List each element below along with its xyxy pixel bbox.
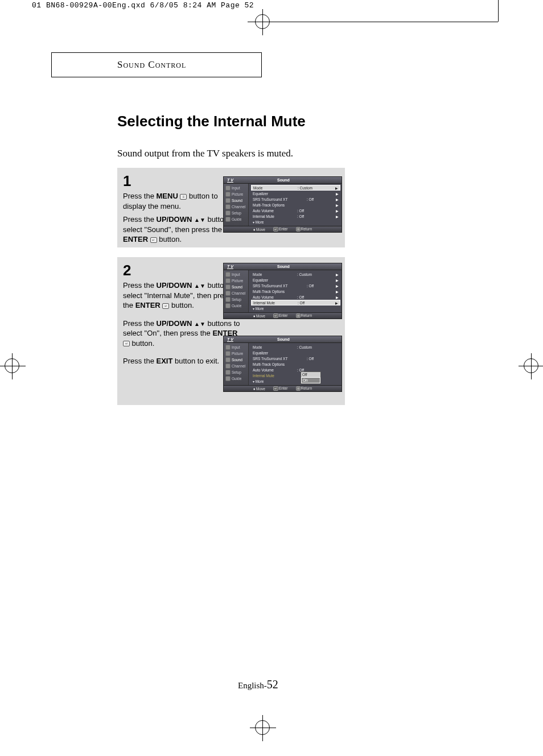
enter-icon: ↵ <box>123 341 130 346</box>
sidebar-item-input[interactable]: Input <box>224 185 248 191</box>
l: Sound <box>232 358 242 362</box>
l: Internal Mute <box>253 214 297 218</box>
menu-row-multitrack[interactable]: Multi-Track Options▶ <box>251 202 340 208</box>
l: Mode <box>253 345 297 349</box>
sidebar-item-guide[interactable]: Guide <box>224 216 248 222</box>
chevron-right-icon: ▶ <box>335 301 338 305</box>
hint-enter: ↵Enter <box>273 227 288 232</box>
menu-row-srs[interactable]: SRS TruSurround XT: Off▶ <box>251 283 340 288</box>
sidebar-item-channel[interactable]: Channel <box>224 204 248 210</box>
dropdown-option-off[interactable]: Off <box>301 372 320 377</box>
print-header: 01 BN68-00929A-00Eng.qxd 6/8/05 8:24 AM … <box>32 1 254 10</box>
channel-icon <box>225 363 231 369</box>
osd-title: Sound <box>237 265 342 268</box>
sidebar-item-guide[interactable]: Guide <box>224 375 248 382</box>
osd-title: Sound <box>237 337 342 341</box>
osd-screenshot-2: T V Sound Input Picture Sound Channel Se… <box>223 263 342 319</box>
sidebar-item-channel[interactable]: Channel <box>224 363 248 369</box>
l: More <box>253 307 297 311</box>
sidebar-item-picture[interactable]: Picture <box>224 278 248 284</box>
menu-row-autovolume[interactable]: Auto Volume: Off▶ <box>251 208 340 213</box>
sidebar-item-setup[interactable]: Setup <box>224 296 248 303</box>
l: Guide <box>232 377 241 381</box>
menu-row-mode[interactable]: Mode: Custom▶ <box>251 271 340 277</box>
l: SRS TruSurround XT <box>253 197 307 201</box>
sidebar-item-picture[interactable]: Picture <box>224 191 248 197</box>
sidebar-item-setup[interactable]: Setup <box>224 369 248 375</box>
menu-row-srs[interactable]: SRS TruSurround XT: Off▶ <box>251 196 340 202</box>
hint-return: ⅢReturn <box>296 386 312 391</box>
chevron-right-icon: ▶ <box>336 272 339 276</box>
v: : Off <box>297 214 339 218</box>
menu-row-internalmute[interactable]: Internal Mute <box>251 373 340 378</box>
return-key-icon: Ⅲ <box>296 227 301 232</box>
registration-mark-icon <box>255 14 270 29</box>
t: button. <box>157 235 182 243</box>
osd-titlebar: T V Sound <box>224 177 342 184</box>
menu-row-equalizer[interactable]: Equalizer▶ <box>251 277 340 283</box>
menu-row-equalizer[interactable]: Equalizer <box>251 350 340 356</box>
enter-key-icon: ↵ <box>273 313 278 318</box>
sound-icon <box>225 198 231 203</box>
sidebar-item-sound[interactable]: Sound <box>224 284 248 290</box>
t: Press the <box>123 192 157 200</box>
input-icon <box>225 345 231 350</box>
sidebar-item-input[interactable]: Input <box>224 344 248 350</box>
sidebar-item-input[interactable]: Input <box>224 271 248 278</box>
menu-key: MENU <box>157 192 178 200</box>
updown-key: UP/DOWN <box>157 215 192 224</box>
l: Sound <box>232 199 242 203</box>
sidebar-item-channel[interactable]: Channel <box>224 290 248 296</box>
hint-enter: ↵Enter <box>273 386 288 391</box>
t: button. <box>169 301 194 309</box>
menu-row-multitrack[interactable]: Multi-Track Options <box>251 361 340 367</box>
channel-icon <box>225 291 231 296</box>
updown-key: UP/DOWN <box>157 319 192 328</box>
sidebar-item-picture[interactable]: Picture <box>224 350 248 357</box>
v: : Custom <box>297 345 339 349</box>
dropdown-option-on[interactable]: On <box>301 377 320 383</box>
menu-row-more[interactable]: More <box>251 219 340 225</box>
l: Mode <box>253 272 297 276</box>
sidebar-item-guide[interactable]: Guide <box>224 303 248 309</box>
menu-row-more[interactable]: More <box>251 378 340 384</box>
l: Input <box>232 272 240 276</box>
osd-main: Mode: Custom Equalizer SRS TruSurround X… <box>249 343 342 385</box>
osd-titlebar: T V Sound <box>224 336 342 343</box>
l: Setup <box>232 211 241 215</box>
l: Picture <box>232 279 243 283</box>
menu-row-srs[interactable]: SRS TruSurround XT: Off <box>251 356 340 361</box>
sidebar-item-sound[interactable]: Sound <box>224 197 248 204</box>
chevron-right-icon: ▶ <box>336 278 339 282</box>
menu-row-internalmute[interactable]: Internal Mute: Off▶ <box>251 213 340 219</box>
v: : Off <box>307 284 339 288</box>
menu-row-mode[interactable]: Mode: Custom <box>251 344 340 350</box>
chevron-right-icon: ▶ <box>335 186 338 190</box>
v: : Off <box>307 357 339 361</box>
exit-key: EXIT <box>157 357 173 365</box>
menu-row-multitrack[interactable]: Multi-Track Options▶ <box>251 288 340 294</box>
t: Press the <box>123 281 157 290</box>
menu-row-mode[interactable]: Mode: Custom▶ <box>251 185 340 191</box>
t: Press the <box>123 357 157 365</box>
chevron-right-icon: ▶ <box>336 203 339 207</box>
guide-icon <box>225 376 231 381</box>
internal-mute-dropdown[interactable]: Off On <box>301 371 321 384</box>
guide-icon <box>225 217 231 222</box>
l: Guide <box>232 217 241 221</box>
sidebar-item-setup[interactable]: Setup <box>224 210 248 216</box>
l: Multi-Track Options <box>253 362 310 366</box>
osd-main: Mode: Custom▶ Equalizer▶ SRS TruSurround… <box>249 184 342 226</box>
l: Auto Volume <box>253 209 297 213</box>
picture-icon <box>225 192 231 197</box>
menu-row-autovolume[interactable]: Auto Volume: Off▶ <box>251 294 340 300</box>
registration-mark-icon <box>5 358 19 373</box>
t: button to exit. <box>172 357 219 365</box>
menu-row-internalmute[interactable]: Internal Mute: Off▶ <box>251 300 340 305</box>
menu-row-equalizer[interactable]: Equalizer▶ <box>251 191 340 196</box>
l: Channel <box>232 364 245 368</box>
sidebar-item-sound[interactable]: Sound <box>224 357 248 363</box>
menu-row-more[interactable]: More <box>251 305 340 311</box>
menu-row-autovolume[interactable]: Auto Volume: Off <box>251 367 340 373</box>
up-down-icon: ▲▼ <box>194 217 205 223</box>
